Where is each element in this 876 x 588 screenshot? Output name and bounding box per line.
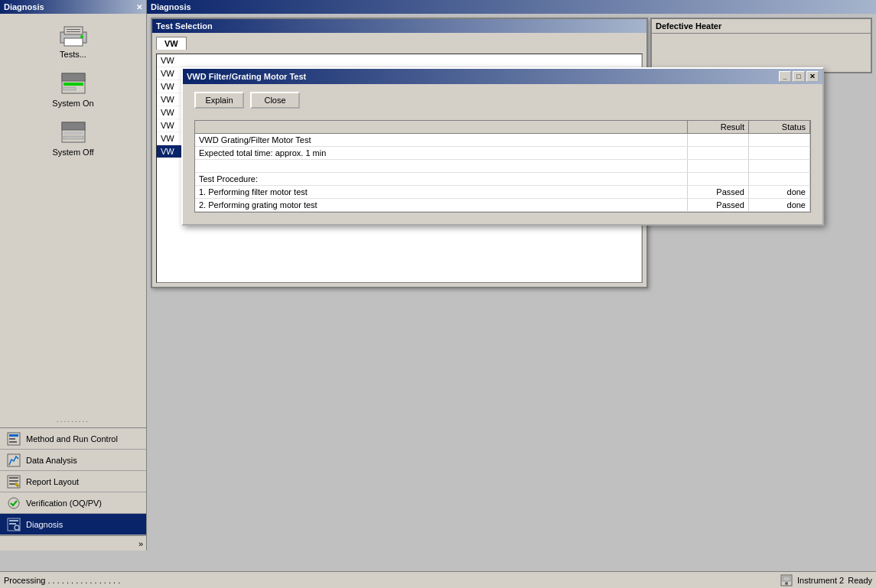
diagnosis-icon: [6, 517, 21, 532]
nav-report-layout[interactable]: Report Layout: [0, 471, 146, 492]
status-instrument-icon: [780, 573, 793, 587]
cell-description: Expected total time: approx. 1 min: [195, 147, 688, 159]
cell-description: VWD Grating/Filter Motor Test: [195, 134, 688, 146]
cell-status: [749, 134, 810, 146]
svg-rect-17: [9, 441, 17, 443]
sidebar-icon-system-off[interactable]: System Off: [8, 119, 138, 157]
nav-verification[interactable]: Verification (OQ/PV): [0, 492, 146, 514]
svg-rect-7: [62, 73, 85, 81]
cell-status: done: [749, 199, 810, 211]
status-ready-text: Ready: [848, 576, 872, 585]
svg-rect-12: [64, 132, 83, 135]
tab-bar: VW: [156, 37, 643, 50]
cell-status: [749, 173, 810, 185]
header-description: [195, 121, 688, 133]
cell-result: [688, 160, 749, 172]
table-row: 2. Performing grating motor test Passed …: [195, 199, 810, 212]
defective-heater-content: [652, 34, 871, 72]
svg-point-23: [8, 498, 19, 508]
dialog-minimize-button[interactable]: _: [779, 71, 791, 82]
nav-diagnosis[interactable]: Diagnosis: [0, 514, 146, 535]
system-on-label: System On: [52, 99, 93, 108]
sidebar-icons: Tests... System On: [0, 14, 146, 411]
nav-method-run-label: Method and Run Control: [26, 434, 118, 443]
explain-button[interactable]: Explain: [194, 92, 244, 109]
svg-point-5: [80, 35, 83, 38]
dialog-maximize-button[interactable]: □: [793, 71, 805, 82]
vwd-dialog-title-text: VWD Filter/Grating Motor Test: [187, 72, 306, 81]
sidebar-icon-tests[interactable]: Tests...: [8, 21, 138, 59]
sidebar-title-text: Diagnosis: [4, 2, 44, 11]
table-row: VWD Grating/Filter Motor Test: [195, 134, 810, 147]
cell-description: 2. Performing grating motor test: [195, 199, 688, 211]
test-selection-title-text: Test Selection: [156, 21, 213, 31]
defective-heater-title-text: Defective Heater: [656, 21, 721, 31]
report-layout-icon: [6, 474, 21, 489]
system-off-label: System Off: [52, 148, 93, 157]
nav-diagnosis-label: Diagnosis: [26, 520, 63, 529]
test-selection-title: Test Selection: [152, 19, 646, 33]
main-content: Test Selection VW VW VW VW VW VW VW: [147, 14, 876, 588]
svg-rect-9: [64, 87, 76, 90]
tests-icon: [58, 21, 89, 48]
test-list-row[interactable]: VW: [157, 54, 641, 67]
defective-heater-title: Defective Heater: [652, 19, 871, 34]
nav-method-run[interactable]: Method and Run Control: [0, 428, 146, 450]
defective-heater-panel: Defective Heater: [650, 18, 872, 73]
cell-status: [749, 147, 810, 159]
svg-rect-13: [64, 136, 83, 139]
svg-rect-20: [9, 477, 18, 479]
table-row: [195, 160, 810, 173]
svg-rect-11: [62, 122, 85, 130]
svg-rect-3: [67, 29, 80, 30]
sidebar-expand-icon[interactable]: »: [138, 539, 143, 548]
header-status: Status: [749, 121, 810, 133]
header-result: Result: [688, 121, 749, 133]
svg-rect-15: [9, 434, 18, 437]
nav-verification-label: Verification (OQ/PV): [26, 499, 102, 508]
sidebar-close-icon[interactable]: ✕: [136, 3, 142, 11]
sidebar-dots: .........: [0, 411, 146, 427]
status-bar: Processing . . . . . . . . . . . . . . .…: [0, 571, 876, 588]
dialog-controls: _ □ ✕: [779, 71, 819, 82]
svg-rect-25: [9, 520, 18, 521]
results-table: Result Status VWD Grating/Filter Motor T…: [194, 120, 811, 213]
system-off-icon: [58, 119, 89, 146]
results-table-header: Result Status: [195, 121, 810, 134]
main-title-text: Diagnosis: [151, 2, 191, 11]
data-analysis-icon: [6, 453, 21, 468]
cell-result: Passed: [688, 186, 749, 198]
dialog-close-button[interactable]: ✕: [806, 71, 819, 82]
main-area: Diagnosis Test Selection VW VW VW VW: [147, 0, 876, 588]
main-title-bar: Diagnosis: [147, 0, 876, 14]
sidebar: Diagnosis ✕ Tests...: [0, 0, 147, 551]
status-processing-text: Processing . . . . . . . . . . . . . . .…: [4, 576, 780, 585]
sidebar-title: Diagnosis ✕: [0, 0, 146, 14]
nav-report-layout-label: Report Layout: [26, 477, 79, 486]
cell-result: Passed: [688, 199, 749, 211]
status-instrument-text: Instrument 2: [797, 576, 844, 585]
sidebar-nav: Method and Run Control Data Analysis: [0, 427, 146, 535]
svg-rect-30: [783, 577, 790, 581]
cell-status: [749, 160, 810, 172]
tab-vw[interactable]: VW: [156, 37, 187, 50]
svg-rect-16: [9, 438, 15, 440]
close-button[interactable]: Close: [250, 92, 300, 109]
nav-data-analysis[interactable]: Data Analysis: [0, 450, 146, 471]
table-row: Expected total time: approx. 1 min: [195, 147, 810, 160]
method-run-icon: [6, 431, 21, 447]
cell-status: done: [749, 186, 810, 198]
sidebar-bottom: »: [0, 535, 146, 551]
svg-rect-4: [67, 31, 80, 32]
cell-result: [688, 173, 749, 185]
tab-vw-label: VW: [164, 39, 178, 48]
cell-result: [688, 134, 749, 146]
vwd-dialog-title: VWD Filter/Grating Motor Test _ □ ✕: [183, 69, 822, 84]
dialog-buttons: Explain Close: [194, 92, 811, 109]
svg-rect-2: [64, 38, 83, 46]
svg-point-31: [785, 582, 788, 585]
sidebar-icon-system-on[interactable]: System On: [8, 70, 138, 108]
vwd-dialog-content: Explain Close Result Status VWD Grating/…: [183, 84, 822, 224]
vwd-dialog: VWD Filter/Grating Motor Test _ □ ✕ Expl…: [181, 67, 824, 226]
status-right: Instrument 2 Ready: [780, 573, 872, 587]
